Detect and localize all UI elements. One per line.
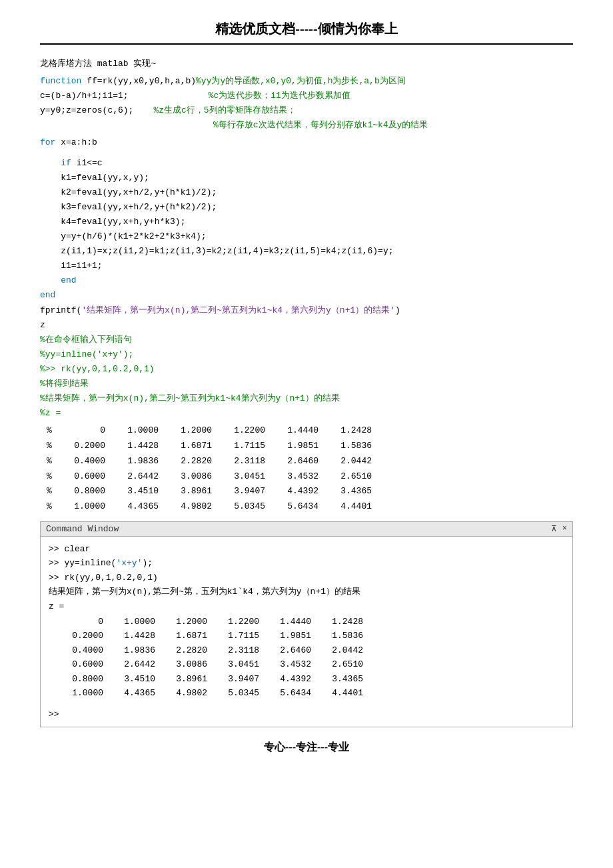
code-line-if: if i1<=c — [40, 156, 573, 171]
cmd-table-row-4: 0.8000 3.4510 3.8961 3.9407 4.4392 3.436… — [49, 672, 564, 686]
cmd-table-row-3: 0.6000 2.6442 3.0086 3.0451 3.4532 2.651… — [49, 657, 564, 671]
code-line-c: c=(b-a)/h+1;i1=1;%c为迭代步数；i1为迭代步数累加值 — [40, 89, 573, 103]
code-k4: k4=feval(yy,x+h,y+h*k3); — [40, 217, 185, 227]
code-function-sig: ff=rk(yy,x0,y0,h,a,b) — [81, 76, 196, 86]
code-line-fprintf: fprintf('结果矩阵，第一列为x(n),第二列~第五列为k1~k4，第六列… — [40, 303, 573, 318]
table-row-4: % 0.8000 3.4510 3.8961 3.9407 4.4392 3.4… — [47, 484, 573, 499]
keyword-end-for: end — [40, 290, 55, 300]
code-comment-c4: %将得到结果 — [40, 377, 573, 391]
code-comment-c1: %在命令框输入下列语句 — [40, 333, 573, 347]
code-comment-c3: %>> rk(yy,0,1,0.2,0,1) — [40, 362, 573, 377]
cmd-titlebar-icons: ⊼ × — [551, 524, 567, 534]
code-table: % 0 1.0000 1.2000 1.2200 1.4440 1.2428 %… — [47, 423, 573, 515]
code-comment-1: %yy为y的导函数,x0,y0,为初值,h为步长,a,b为区间 — [196, 76, 406, 86]
table-row-1: % 0.2000 1.4428 1.6871 1.7115 1.9851 1.5… — [47, 439, 573, 454]
code-k2: k2=feval(yy,x+h/2,y+(h*k1)/2); — [40, 187, 217, 197]
code-fprintf-str: '结果矩阵，第一列为x(n),第二列~第五列为k1~k4，第六列为y（n+1）的… — [81, 305, 395, 315]
cmd-line-rk: >> rk(yy,0,1,0.2,0,1) — [49, 571, 564, 585]
code-line-endif: end — [40, 273, 573, 288]
table-row-0: % 0 1.0000 1.2000 1.2200 1.4440 1.2428 — [47, 423, 573, 439]
cmd-prompt-end: >> — [49, 707, 564, 721]
cmd-titlebar: Command Window ⊼ × — [41, 522, 572, 537]
code-line-endfor: end — [40, 288, 573, 303]
code-line-k4: k4=feval(yy,x+h,y+h*k3); — [40, 215, 573, 229]
code-fprintf: fprintf( — [40, 305, 81, 315]
cmd-table-row-0: 0 1.0000 1.2000 1.2200 1.4440 1.2428 — [49, 615, 564, 629]
code-line-i1update: i1=i1+1; — [40, 259, 573, 273]
keyword-function: function — [40, 76, 81, 86]
code-c-expr: c=(b-a)/h+1;i1=1; — [40, 91, 129, 101]
cmd-z-label: z = — [49, 599, 564, 613]
code-zupdate: z(i1,1)=x;z(i1,2)=k1;z(i1,3)=k2;z(i1,4)=… — [40, 246, 394, 256]
code-line-k3: k3=feval(yy,x+h/2,y+(h*k2)/2); — [40, 200, 573, 215]
cmd-pin-icon[interactable]: ⊼ — [551, 524, 557, 534]
code-line-zvar: z — [40, 318, 573, 333]
code-y-expr: y=y0;z=zeros(c,6); — [40, 105, 133, 115]
code-i1update: i1=i1+1; — [40, 261, 103, 271]
code-comment-c5: %结果矩阵，第一列为x(n),第二列~第五列为k1~k4第六列为y（n+1）的结… — [40, 391, 573, 406]
cmd-table-row-1: 0.2000 1.4428 1.6871 1.7115 1.9851 1.583… — [49, 629, 564, 643]
code-fprintf-close: ) — [395, 305, 400, 315]
table-row-3: % 0.6000 2.6442 3.0086 3.0451 3.4532 2.6… — [47, 469, 573, 485]
code-comment-4: %每行存放c次迭代结果，每列分别存放k1~k4及y的结果 — [213, 120, 428, 130]
intro-title: 龙格库塔方法 matlab 实现~ — [40, 57, 573, 71]
code-for-expr: x=a:h:b — [55, 137, 97, 147]
code-comment-2: %c为迭代步数；i1为迭代步数累加值 — [209, 91, 350, 101]
code-line-function: function ff=rk(yy,x0,y0,h,a,b)%yy为y的导函数,… — [40, 74, 573, 89]
code-line-for: for x=a:h:b — [40, 135, 573, 150]
cmd-title-label: Command Window — [46, 524, 119, 534]
page: 精选优质文档-----倾情为你奉上 龙格库塔方法 matlab 实现~ func… — [0, 0, 613, 868]
code-line-comment2: %每行存放c次迭代结果，每列分别存放k1~k4及y的结果 — [40, 118, 573, 133]
table-row-2: % 0.4000 1.9836 2.2820 2.3118 2.6460 2.0… — [47, 454, 573, 469]
command-window: Command Window ⊼ × >> clear >> yy=inline… — [40, 521, 573, 727]
code-line-yupdate: y=y+(h/6)*(k1+2*k2+2*k3+k4); — [40, 229, 573, 244]
code-line-k2: k2=feval(yy,x+h/2,y+(h*k1)/2); — [40, 185, 573, 200]
code-line-k1: k1=feval(yy,x,y); — [40, 171, 573, 185]
keyword-if: if — [61, 158, 71, 168]
cmd-result-label: 结果矩阵，第一列为x(n),第二列~第，五列为k1`k4，第六列为y（n+1）的… — [49, 585, 564, 599]
code-comment-c6: %z = — [40, 406, 573, 421]
cmd-table: 0 1.0000 1.2000 1.2200 1.4440 1.2428 0.2… — [49, 615, 564, 701]
code-if-expr: i1<=c — [71, 158, 103, 168]
keyword-end-if: end — [61, 275, 76, 285]
code-comment-c2: %yy=inline('x+y'); — [40, 347, 573, 362]
keyword-for: for — [40, 137, 55, 147]
code-area: function ff=rk(yy,x0,y0,h,a,b)%yy为y的导函数,… — [40, 74, 573, 421]
code-zvar: z — [40, 320, 45, 330]
cmd-line-inline: >> yy=inline('x+y'); — [49, 556, 564, 570]
code-line-zupdate: z(i1,1)=x;z(i1,2)=k1;z(i1,3)=k2;z(i1,4)=… — [40, 244, 573, 259]
code-k3: k3=feval(yy,x+h/2,y+(h*k2)/2); — [40, 202, 217, 212]
code-comment-block: %在命令框输入下列语句 %yy=inline('x+y'); %>> rk(yy… — [40, 333, 573, 421]
page-footer: 专心---专注---专业 — [40, 741, 573, 755]
code-comment-3: %z生成c行，5列的零矩阵存放结果； — [153, 105, 295, 115]
cmd-line-clear: >> clear — [49, 542, 564, 556]
page-title: 精选优质文档-----倾情为你奉上 — [40, 20, 573, 45]
code-if-indent — [40, 158, 61, 168]
code-k1: k1=feval(yy,x,y); — [40, 173, 149, 183]
code-yupdate: y=y+(h/6)*(k1+2*k2+2*k3+k4); — [40, 231, 207, 241]
cmd-table-row-2: 0.4000 1.9836 2.2820 2.3118 2.6460 2.044… — [49, 643, 564, 657]
code-endif-indent — [40, 275, 61, 285]
cmd-close-icon[interactable]: × — [562, 524, 567, 534]
cmd-table-row-5: 1.0000 4.4365 4.9802 5.0345 5.6434 4.440… — [49, 686, 564, 700]
code-line-y: y=y0;z=zeros(c,6);%z生成c行，5列的零矩阵存放结果； — [40, 103, 573, 118]
table-row-5: % 1.0000 4.4365 4.9802 5.0345 5.6434 4.4… — [47, 499, 573, 515]
cmd-body: >> clear >> yy=inline('x+y'); >> rk(yy,0… — [41, 537, 572, 727]
